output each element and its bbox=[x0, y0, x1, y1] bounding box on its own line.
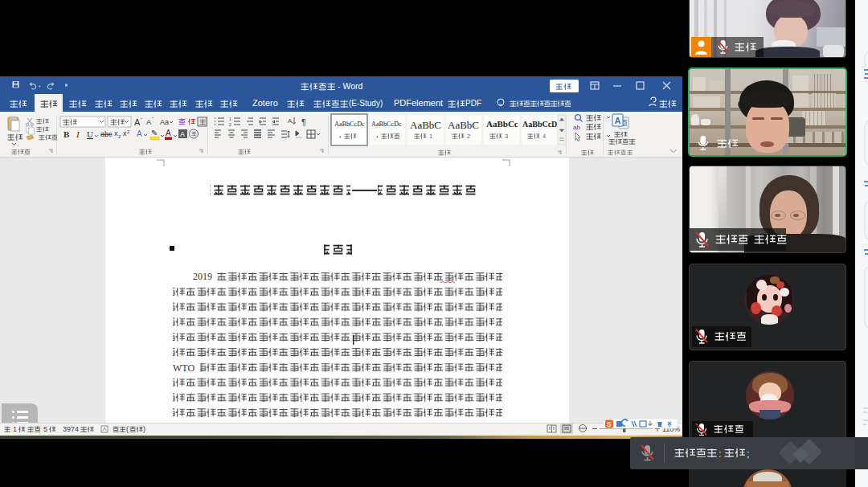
svg-text:AaBbCcDc: AaBbCcDc bbox=[334, 121, 365, 128]
svg-text::: : bbox=[719, 448, 722, 460]
svg-text:- Word: - Word bbox=[338, 81, 362, 91]
svg-text:2: 2 bbox=[127, 129, 130, 134]
svg-text:(E-Study): (E-Study) bbox=[349, 99, 383, 108]
svg-text:U: U bbox=[87, 129, 93, 139]
svg-text:S: S bbox=[607, 420, 612, 428]
svg-text:;: ; bbox=[747, 448, 750, 460]
svg-text:AaBbCcDc: AaBbCcDc bbox=[371, 121, 402, 128]
svg-text:✎: ✎ bbox=[151, 129, 158, 137]
svg-text:AaBbC: AaBbC bbox=[410, 119, 441, 131]
svg-text:2: 2 bbox=[467, 133, 470, 140]
svg-text:Zotero: Zotero bbox=[252, 98, 278, 108]
svg-text:A: A bbox=[137, 129, 142, 138]
svg-text:AaBbC: AaBbC bbox=[448, 119, 479, 131]
svg-text:(: ( bbox=[126, 425, 129, 433]
svg-text:): ) bbox=[143, 425, 145, 433]
svg-text:ab: ab bbox=[573, 124, 580, 131]
svg-text:AaBbCc: AaBbCc bbox=[486, 119, 518, 129]
svg-text:1: 1 bbox=[13, 425, 17, 433]
svg-text:A: A bbox=[146, 118, 151, 126]
svg-text:PDF: PDF bbox=[465, 99, 481, 108]
svg-text:2: 2 bbox=[118, 134, 121, 139]
svg-text:B: B bbox=[63, 129, 70, 139]
svg-text:1: 1 bbox=[429, 133, 432, 140]
svg-text:5: 5 bbox=[43, 425, 47, 433]
svg-text:4: 4 bbox=[542, 133, 546, 140]
svg-text:A: A bbox=[615, 116, 621, 125]
svg-text:A: A bbox=[134, 117, 141, 127]
svg-text:2019: 2019 bbox=[193, 271, 212, 282]
svg-text:PDFelement: PDFelement bbox=[394, 98, 443, 108]
svg-text:ˇ: ˇ bbox=[141, 117, 142, 122]
svg-text:A: A bbox=[180, 130, 185, 138]
svg-text:1: 1 bbox=[229, 117, 231, 121]
svg-text:abc: abc bbox=[100, 130, 113, 138]
svg-text:ˇ: ˇ bbox=[152, 117, 154, 121]
svg-text:Aa: Aa bbox=[160, 118, 169, 126]
svg-text:I: I bbox=[76, 129, 80, 139]
svg-text:A: A bbox=[166, 129, 171, 137]
svg-text:3: 3 bbox=[505, 133, 508, 140]
svg-text:A: A bbox=[288, 117, 293, 125]
svg-text:WTO: WTO bbox=[173, 362, 194, 374]
svg-text:¶: ¶ bbox=[301, 117, 306, 127]
svg-text:AaBbCcD: AaBbCcD bbox=[522, 120, 557, 129]
svg-text:2: 2 bbox=[229, 122, 231, 127]
svg-text:3974: 3974 bbox=[63, 425, 79, 433]
